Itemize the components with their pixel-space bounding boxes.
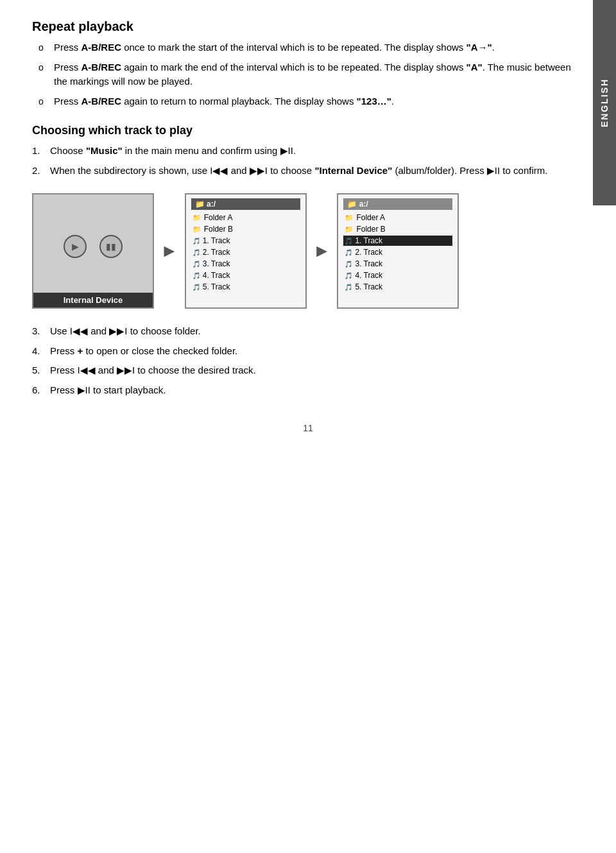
folder-icon: 📁 [345,214,354,222]
folder-list-box-1: 📁 a:/ 📁Folder A 📁Folder B 🎵1. Track 🎵2. … [185,193,307,309]
list-item: 2. When the subdirectory is shown, use I… [32,164,584,178]
page-number: 11 [32,423,584,433]
track-icon: 🎵 [193,261,200,268]
item-text: When the subdirectory is shown, use I◀◀ … [50,164,584,178]
folder-item: 📁Folder A [191,212,300,223]
track-item: 🎵4. Track [343,270,452,280]
arrow-right-icon: ► [160,241,178,261]
item-text: Press ▶II to start playback. [50,383,584,398]
folder-title: 📁 a:/ [191,198,300,210]
folder-icon: 📁 [193,214,201,222]
folder-title: 📁 a:/ [343,198,452,210]
list-item: o Press A-B/REC again to return to norma… [38,94,584,109]
folder-item: 📁Folder A [343,212,452,223]
track-icon: 🎵 [345,272,352,279]
list-item: o Press A-B/REC once to mark the start o… [38,40,584,55]
list-item: 3. Use I◀◀ and ▶▶I to choose folder. [32,324,584,339]
bullet-icon: o [38,40,54,55]
list-item: 4. Press + to open or close the checked … [32,344,584,359]
track-item: 🎵5. Track [343,282,452,292]
list-item: 1. Choose "Music" in the main menu and c… [32,144,584,159]
item-number: 3. [32,324,50,339]
track-item: 🎵3. Track [191,259,300,269]
track-icon: 🎵 [193,237,200,245]
item-text: Press I◀◀ and ▶▶I to choose the desired … [50,363,584,378]
bullet-text: Press A-B/REC again to return to normal … [54,94,584,109]
track-choice-list-continued: 3. Use I◀◀ and ▶▶I to choose folder. 4. … [32,324,584,397]
track-icon: 🎵 [345,237,352,245]
track-icon: 🎵 [345,249,352,256]
and-text: and [231,165,247,176]
item-number: 1. [32,144,50,159]
section1-title: Repeat playback [32,19,584,34]
english-label: ENGLISH [599,78,610,127]
track-icon: 🎵 [193,272,200,279]
item-number: 5. [32,363,50,378]
repeat-playback-list: o Press A-B/REC once to mark the start o… [38,40,584,108]
section2-title: Choosing which track to play [32,124,584,137]
device-icons: ▶ ▮▮ [64,235,123,258]
track-item: 🎵3. Track [343,259,452,269]
track-icon: 🎵 [193,249,200,256]
track-item: 🎵2. Track [191,247,300,257]
item-number: 2. [32,164,50,178]
item-number: 4. [32,344,50,359]
track-item: 🎵4. Track [191,270,300,280]
track-item-selected: 🎵1. Track [343,236,452,246]
folder-icon: 📁 [193,225,201,234]
folder-item: 📁Folder B [191,224,300,234]
folder-icon: 📁 [345,225,354,234]
bullet-icon: o [38,94,54,108]
english-sidebar: ENGLISH [593,0,616,205]
arrow-right-icon: ► [313,241,331,261]
folder-list-box-2: 📁 a:/ 📁Folder A 📁Folder B 🎵1. Track 🎵2. … [337,193,459,309]
play-icon: ▶ [64,235,87,258]
track-icon: 🎵 [345,284,352,291]
track-item: 🎵2. Track [343,247,452,257]
item-text: Use I◀◀ and ▶▶I to choose folder. [50,324,584,339]
list-item: o Press A-B/REC again to mark the end of… [38,60,584,89]
bullet-text: Press A-B/REC once to mark the start of … [54,40,584,55]
folder-item: 📁Folder B [343,224,452,234]
bullet-text: Press A-B/REC again to mark the end of t… [54,60,584,89]
list-item: 6. Press ▶II to start playback. [32,383,584,398]
item-text: Choose "Music" in the main menu and conf… [50,144,584,159]
track-choice-list: 1. Choose "Music" in the main menu and c… [32,144,584,178]
pause-icon: ▮▮ [99,235,123,258]
device-screen-box: ▶ ▮▮ Internal Device [32,193,154,309]
item-text: Press + to open or close the checked fol… [50,344,584,359]
track-icon: 🎵 [345,261,352,268]
track-item: 🎵1. Track [191,236,300,246]
list-item: 5. Press I◀◀ and ▶▶I to choose the desir… [32,363,584,378]
track-item: 🎵5. Track [191,282,300,292]
track-icon: 🎵 [193,284,200,291]
bullet-icon: o [38,60,54,74]
diagrams-row: ▶ ▮▮ Internal Device ► 📁 a:/ 📁Folder A 📁… [32,193,584,309]
device-label: Internal Device [33,293,153,307]
item-number: 6. [32,383,50,398]
